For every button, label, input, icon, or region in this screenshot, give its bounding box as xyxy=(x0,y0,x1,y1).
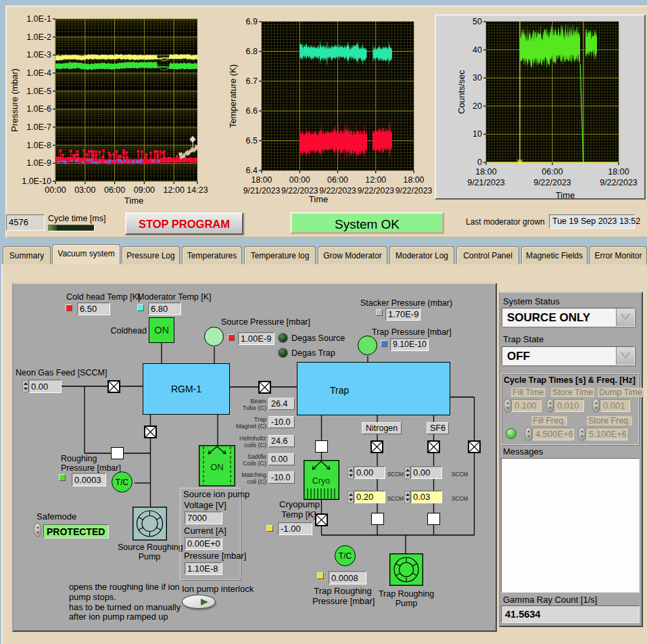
svg-text:30: 30 xyxy=(473,73,482,83)
svg-text:6.9: 6.9 xyxy=(246,17,258,26)
svg-text:1.0E-2: 1.0E-2 xyxy=(26,32,51,42)
svg-text:14:23: 14:23 xyxy=(187,185,208,195)
svg-text:0: 0 xyxy=(477,158,482,167)
svg-text:9/21/2023: 9/21/2023 xyxy=(243,186,281,196)
svg-text:Time: Time xyxy=(556,190,575,200)
svg-text:00:00: 00:00 xyxy=(45,185,66,195)
svg-text:10: 10 xyxy=(473,129,482,139)
svg-text:1.0E-3: 1.0E-3 xyxy=(26,50,51,60)
svg-text:40: 40 xyxy=(473,45,482,55)
svg-text:06:00: 06:00 xyxy=(542,167,562,177)
svg-text:6.5: 6.5 xyxy=(246,136,258,145)
svg-text:6.8: 6.8 xyxy=(246,47,258,56)
svg-text:1.0E-1: 1.0E-1 xyxy=(26,14,51,24)
svg-text:9/22/2023: 9/22/2023 xyxy=(600,178,638,187)
svg-text:9/21/2023: 9/21/2023 xyxy=(467,178,505,187)
svg-text:1.0E-5: 1.0E-5 xyxy=(26,87,51,96)
svg-text:20: 20 xyxy=(473,101,482,111)
svg-text:Cryo: Cryo xyxy=(312,476,330,486)
svg-text:1.0E-6: 1.0E-6 xyxy=(26,104,51,114)
svg-text:9/22/2023: 9/22/2023 xyxy=(533,178,571,187)
svg-text:18:00: 18:00 xyxy=(608,167,629,177)
svg-text:6.7: 6.7 xyxy=(246,76,258,86)
svg-text:Temperature (K): Temperature (K) xyxy=(228,64,238,128)
svg-text:12:00: 12:00 xyxy=(164,185,185,195)
svg-text:18:00: 18:00 xyxy=(404,175,425,185)
svg-text:18:00: 18:00 xyxy=(475,167,496,177)
svg-text:18:00: 18:00 xyxy=(251,175,272,185)
svg-text:6.6: 6.6 xyxy=(246,106,258,116)
svg-text:12:00: 12:00 xyxy=(365,175,386,185)
svg-text:9/22/2023: 9/22/2023 xyxy=(357,186,394,196)
svg-text:ON: ON xyxy=(210,462,224,472)
svg-text:06:00: 06:00 xyxy=(327,175,348,185)
svg-text:6.4: 6.4 xyxy=(246,166,258,175)
svg-text:00:00: 00:00 xyxy=(289,175,310,185)
svg-text:09:00: 09:00 xyxy=(134,185,155,195)
svg-text:1.0E-9: 1.0E-9 xyxy=(26,158,51,168)
svg-text:Pressure (mbar): Pressure (mbar) xyxy=(9,68,20,132)
svg-text:06:00: 06:00 xyxy=(104,185,125,195)
svg-text:1.0E-8: 1.0E-8 xyxy=(26,141,51,150)
svg-text:Time: Time xyxy=(124,196,143,206)
svg-text:1.0E-4: 1.0E-4 xyxy=(26,68,51,78)
svg-text:Time: Time xyxy=(309,194,328,204)
svg-text:1.0E-7: 1.0E-7 xyxy=(26,122,51,132)
svg-text:Counts/sec: Counts/sec xyxy=(456,70,466,114)
svg-text:03:00: 03:00 xyxy=(74,185,95,195)
svg-text:1.0E-10: 1.0E-10 xyxy=(22,177,51,186)
svg-text:50: 50 xyxy=(473,17,482,26)
svg-text:9/22/2023: 9/22/2023 xyxy=(396,186,433,196)
